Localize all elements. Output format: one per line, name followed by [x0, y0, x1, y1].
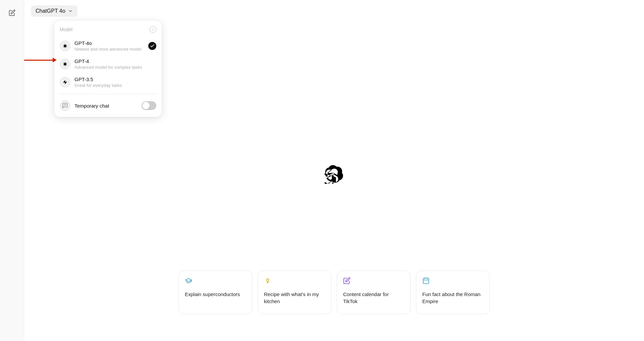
suggestion-card-3[interactable]: Content calendar for TikTok: [337, 271, 411, 314]
card-3-text: Content calendar for TikTok: [343, 291, 404, 305]
gpt35-name: GPT-3.5: [74, 76, 156, 82]
suggestion-card-4[interactable]: Fun fact about the Roman Empire: [416, 271, 490, 314]
dropdown-title: Model: [60, 27, 72, 32]
temporary-chat-label: Temporary chat: [74, 103, 138, 109]
card-2-icon: [264, 277, 325, 286]
arrow-line: [24, 60, 53, 61]
model-option-gpt4o[interactable]: GPT-4o Newest and most advanced model: [54, 37, 162, 55]
dropdown-divider: [60, 94, 156, 94]
gpt4o-desc: Newest and most advanced model: [74, 47, 144, 52]
arrow-head: [53, 58, 57, 62]
suggestion-card-2[interactable]: Recipe with what's in my kitchen: [258, 271, 331, 314]
gpt4o-selected-check: [148, 42, 156, 50]
gpt35-info: GPT-3.5 Great for everyday tasks: [74, 76, 156, 88]
gpt4o-icon: [60, 41, 70, 51]
card-1-text: Explain superconductors: [185, 291, 246, 298]
new-chat-button[interactable]: [6, 7, 18, 19]
temporary-chat-icon: [60, 100, 70, 111]
card-4-text: Fun fact about the Roman Empire: [422, 291, 483, 305]
toggle-knob: [142, 102, 150, 109]
suggestion-cards: Explain superconductors Recipe with what…: [24, 271, 644, 314]
temporary-chat-toggle[interactable]: [142, 101, 156, 110]
gpt35-icon: [60, 77, 70, 88]
model-option-gpt35[interactable]: GPT-3.5 Great for everyday tasks: [54, 73, 162, 91]
info-icon[interactable]: i: [150, 26, 156, 33]
gpt4-info: GPT-4 Advanced model for complex tasks: [74, 58, 156, 70]
gpt35-desc: Great for everyday tasks: [74, 83, 156, 88]
card-2-text: Recipe with what's in my kitchen: [264, 291, 325, 305]
gpt4-icon: [60, 59, 70, 69]
card-4-icon: [422, 277, 483, 286]
gpt4o-name: GPT-4o: [74, 40, 144, 46]
suggestion-card-1[interactable]: Explain superconductors: [178, 271, 252, 314]
card-1-icon: [185, 277, 246, 286]
chevron-down-icon: [68, 9, 73, 13]
model-selector-label: ChatGPT 4o: [36, 8, 65, 14]
sidebar: [0, 0, 24, 341]
info-symbol: i: [153, 27, 153, 32]
svg-rect-7: [423, 278, 429, 284]
model-selector-button[interactable]: ChatGPT 4o: [31, 5, 77, 17]
model-dropdown: Model i GPT-4o Newest and most advanced …: [54, 21, 162, 117]
main-content: ChatGPT 4o Model i GPT-4o Newest and mos…: [24, 0, 644, 341]
openai-logo: [325, 165, 343, 185]
temporary-chat-row: Temporary chat: [54, 97, 162, 114]
card-3-icon: [343, 277, 404, 286]
gpt4o-info: GPT-4o Newest and most advanced model: [74, 40, 144, 52]
header: ChatGPT 4o: [24, 0, 644, 22]
model-option-gpt4[interactable]: GPT-4 Advanced model for complex tasks: [54, 55, 162, 73]
dropdown-header: Model i: [54, 26, 162, 37]
gpt4-name: GPT-4: [74, 58, 156, 64]
svg-point-4: [266, 279, 269, 281]
gpt4-desc: Advanced model for complex tasks: [74, 65, 156, 70]
annotation-arrow: [24, 58, 57, 62]
svg-marker-0: [63, 80, 67, 84]
